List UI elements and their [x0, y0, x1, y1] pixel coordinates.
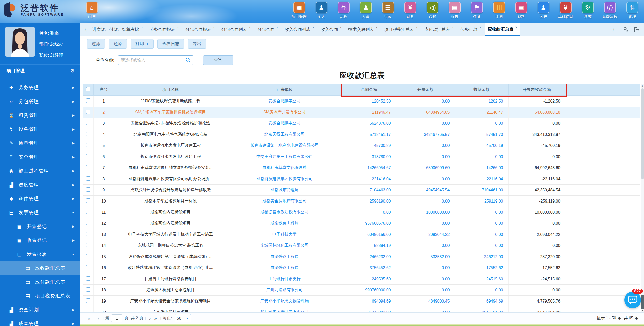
cell-unit-link[interactable]: 安徽合肥供电公司 [227, 118, 342, 129]
topnav-item-hr[interactable]: ♟人事 [356, 2, 376, 19]
tab-进度款、付款、结算占比[interactable]: 进度款、付款、结算占比× [89, 23, 146, 36]
sidebar-item-invoice-issue[interactable]: ▣开票登记▶ [0, 219, 80, 233]
row-checkbox[interactable] [86, 310, 90, 312]
tab-应收款汇总表[interactable]: 应收款汇总表× [485, 23, 521, 36]
cell-contract-amount[interactable]: 60486156.00 [342, 229, 396, 240]
topnav-item-system[interactable]: ⚙系统 [578, 2, 598, 19]
row-checkbox[interactable] [86, 287, 90, 292]
cell-invoiced-amount[interactable]: 0.00 [396, 285, 455, 296]
row-checkbox[interactable] [86, 221, 90, 225]
sidebar-item-project-tax-summary[interactable]: ▤项目税费汇总表 [0, 289, 80, 303]
cell-invoiced-amount[interactable]: 0.00 [396, 96, 455, 107]
cell-received-amount[interactable]: 45700.19 [455, 140, 508, 151]
row-checkbox[interactable] [86, 254, 90, 258]
cell-invoiced-amount[interactable]: 4849000.45 [396, 296, 455, 307]
cell-invoiced-amount[interactable]: 533532.00 [396, 251, 455, 262]
cell-received-amount[interactable]: 0.00 [455, 151, 508, 162]
tab-close-icon[interactable]: × [452, 26, 454, 29]
cell-unit-link[interactable]: SM房地产开发有限公司 [227, 107, 342, 118]
tab-close-icon[interactable]: × [213, 26, 215, 29]
cell-contract-amount[interactable]: 0.00 [342, 207, 396, 218]
row-checkbox[interactable] [86, 187, 90, 192]
unit-name-input[interactable] [118, 55, 193, 65]
row-checkbox[interactable] [86, 265, 90, 269]
cell-unit-link[interactable]: 安徽合肥供电公司 [227, 96, 342, 107]
topnav-item-customer[interactable]: ♟客户 [534, 2, 553, 19]
cell-received-amount[interactable]: 2517101.00 [455, 307, 508, 313]
cell-unit-link[interactable]: 成渝铁路工程局 [227, 251, 342, 262]
sidebar-item-cost[interactable]: ▟成本管理▶ [0, 317, 80, 326]
cell-contract-amount[interactable]: 990760000.00 [342, 285, 396, 296]
cell-received-amount[interactable]: 0.00 [455, 285, 508, 296]
sidebar-item-invoice-receive[interactable]: ▣收票登记▶ [0, 233, 80, 247]
row-checkbox[interactable] [86, 110, 90, 114]
sidebar-item-equipment[interactable]: ↯设备管理▶ [0, 122, 80, 136]
tab-close-icon[interactable]: × [177, 26, 179, 29]
prev-page-button[interactable]: ‹ [96, 316, 101, 321]
table-scrollbar[interactable]: ▲ ▼ [641, 84, 644, 312]
topnav-item-project-mgmt[interactable]: ▦项目管理 [289, 2, 309, 19]
cell-received-amount[interactable]: 0.00 [455, 218, 508, 229]
cell-received-amount[interactable]: 21146.47 [455, 107, 508, 118]
sidebar-item-labor[interactable]: ✣劳务管理▶ [0, 81, 80, 94]
sidebar-item-fund-plan[interactable]: ▟资金计划▶ [0, 303, 80, 317]
topnav-item-personal[interactable]: ♟个人 [312, 2, 331, 19]
row-checkbox[interactable] [86, 176, 90, 181]
row-checkbox[interactable] [86, 210, 90, 214]
cell-contract-amount[interactable]: 120452.50 [342, 96, 396, 107]
tab-close-icon[interactable]: × [340, 26, 342, 29]
row-checkbox[interactable] [86, 121, 90, 125]
cell-invoiced-amount[interactable]: 2093044.22 [396, 229, 455, 240]
sidebar-item-invoice-report[interactable]: ▢发票报表▼ [0, 247, 80, 261]
key-icon[interactable] [623, 27, 629, 32]
row-checkbox[interactable] [86, 198, 90, 203]
sidebar-item-lease[interactable]: ⌛租赁管理▶ [0, 108, 80, 122]
tab-close-icon[interactable]: × [515, 25, 517, 29]
cell-received-amount[interactable]: 17552.62 [455, 262, 508, 273]
row-checkbox[interactable] [86, 243, 90, 247]
tab-劳务付款[interactable]: 劳务付款× [457, 23, 485, 36]
topnav-item-task[interactable]: ⚑任务 [467, 2, 487, 19]
tab-技术交底列表[interactable]: 技术交底列表× [345, 23, 381, 36]
cell-received-amount[interactable]: 69494.69 [455, 296, 508, 307]
cell-unit-link[interactable]: 成渝铁路工程局 [227, 218, 342, 229]
cell-contract-amount[interactable]: 957600676.00 [342, 218, 396, 229]
cell-unit-link[interactable]: 成都泛普市政建设有限公司 [227, 207, 342, 218]
col-header-0[interactable]: 序号 [93, 84, 114, 96]
topnav-item-finance[interactable]: ¥财务 [400, 2, 420, 19]
tab-应付款汇总表[interactable]: 应付款汇总表× [421, 23, 457, 36]
cell-received-amount[interactable]: 0.00 [455, 118, 508, 129]
cell-contract-amount[interactable]: 313780.00 [342, 151, 396, 162]
cell-contract-amount[interactable]: 694094.69 [342, 296, 396, 307]
cell-invoiced-amount[interactable]: 10000000.00 [396, 207, 455, 218]
topnav-item-admin[interactable]: ☰行政 [378, 2, 398, 19]
cell-invoiced-amount[interactable]: 0.00 [396, 151, 455, 162]
col-header-6[interactable]: 开票未收款金额 [508, 84, 566, 96]
row-checkbox[interactable] [86, 143, 90, 147]
row-checkbox[interactable] [86, 154, 90, 158]
search-button[interactable]: 查询 [203, 55, 233, 65]
cell-invoiced-amount[interactable]: 0.00 [396, 118, 455, 129]
topnav-item-manage[interactable]: ⇅管理 [622, 2, 642, 19]
cell-invoiced-amount[interactable]: 0.00 [396, 262, 455, 273]
tab-分包合同报表[interactable]: 分包合同报表× [182, 23, 218, 36]
tab-收入合同列表[interactable]: 收入合同列表× [282, 23, 318, 36]
next-page-button[interactable]: › [147, 316, 152, 321]
cell-unit-link[interactable]: 东城园林绿化工程有限公司 [227, 240, 342, 251]
tab-scroll-right-icon[interactable]: 〉 [610, 23, 619, 36]
last-page-button[interactable]: » [152, 316, 159, 321]
tab-close-icon[interactable]: × [141, 26, 143, 29]
tab-分包合同列表[interactable]: 分包合同列表× [218, 23, 254, 36]
cell-invoiced-amount[interactable]: 65006909.60 [396, 162, 455, 173]
cell-received-amount[interactable]: 7104461.00 [455, 185, 508, 196]
sidebar-item-certificate[interactable]: ◆证件管理▶ [0, 192, 80, 206]
col-header-4[interactable]: 开票金额 [396, 84, 455, 96]
cell-received-amount[interactable]: 1202.50 [455, 96, 508, 107]
cell-contract-amount[interactable]: 3756452.62 [342, 262, 396, 273]
sidebar-item-invoice[interactable]: ▤发票管理▼ [0, 206, 80, 219]
col-header-1[interactable]: 项目名称 [114, 84, 227, 96]
cell-unit-link[interactable]: 中交王府井第三工程局有限公司 [227, 151, 342, 162]
cell-invoiced-amount[interactable]: 0.00 [396, 240, 455, 251]
tab-close-icon[interactable]: × [249, 26, 251, 29]
col-header-3[interactable]: 合同金额 [342, 84, 396, 96]
